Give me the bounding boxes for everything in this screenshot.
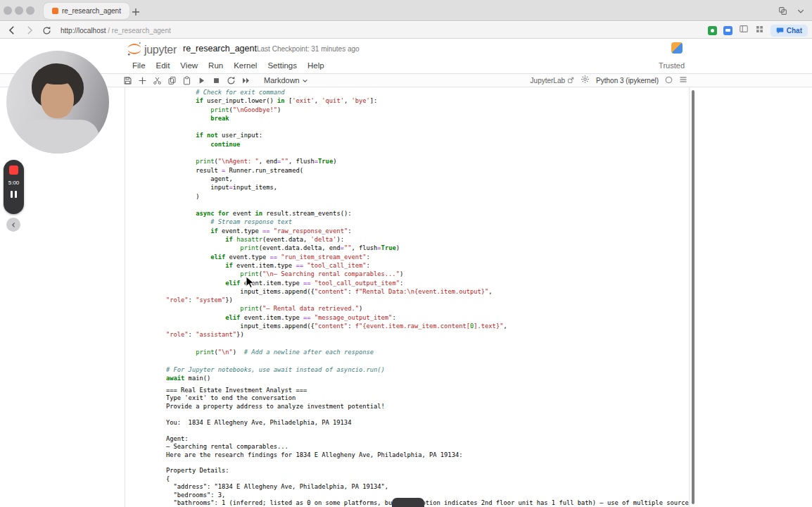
code-line[interactable] [166, 339, 688, 348]
output-line: You: 1834 E Allegheny Ave, Philadelphia,… [166, 419, 689, 427]
copy-cells-button[interactable] [167, 75, 177, 85]
code-line[interactable]: "role": "system"}) [166, 296, 688, 304]
code-line[interactable]: # For Jupyter notebooks, use await inste… [166, 365, 688, 374]
window-close-button[interactable] [4, 6, 12, 15]
code-line[interactable]: ) [166, 192, 688, 201]
tab-overview-button[interactable] [778, 6, 787, 18]
menu-help[interactable]: Help [303, 60, 330, 73]
code-line[interactable]: "role": "assistant"}) [166, 330, 688, 339]
run-cell-button[interactable] [196, 75, 206, 85]
code-line[interactable]: elif event.item.type == "message_output_… [166, 313, 688, 322]
code-line[interactable]: continue [166, 140, 688, 149]
view-log-button[interactable] [679, 74, 687, 87]
notebook-left-border [125, 87, 125, 507]
back-arrow-icon [7, 25, 17, 35]
code-line[interactable] [166, 123, 688, 131]
jupyter-favicon-icon [52, 8, 58, 14]
sidebar-icon [739, 24, 749, 34]
kernel-name[interactable]: Python 3 (ipykernel) [596, 77, 659, 84]
new-tab-button[interactable] [132, 6, 140, 19]
settings-button[interactable] [581, 74, 590, 87]
window-minimize-button[interactable] [15, 6, 23, 15]
code-line[interactable]: print(event.data.delta, end="", flush=Tr… [166, 244, 688, 252]
kernel-status-indicator[interactable] [665, 74, 673, 87]
code-line[interactable]: input=input_items, [166, 183, 688, 192]
code-line[interactable] [166, 201, 688, 209]
code-line[interactable]: await main() [166, 374, 688, 382]
code-editor[interactable]: # Check for exit command if user_input.l… [166, 88, 688, 382]
paste-cells-button[interactable] [182, 75, 191, 85]
reload-button[interactable] [42, 25, 51, 38]
code-line[interactable]: input_items.append({"content": f"{event.… [166, 322, 688, 330]
bottom-overlay-handle[interactable] [392, 498, 424, 507]
chat-button[interactable]: Chat [770, 25, 808, 37]
output-line [166, 459, 689, 467]
code-line[interactable]: agent, [166, 175, 688, 183]
insert-cell-button[interactable] [137, 75, 147, 85]
cell-type-select[interactable]: Markdown [264, 76, 308, 84]
sidebar-toggle-button[interactable] [739, 24, 749, 37]
code-line[interactable]: elif event.item.type == "tool_call_outpu… [166, 279, 688, 287]
plus-icon [132, 8, 140, 16]
code-line[interactable]: break [166, 114, 688, 123]
header-extension-icon[interactable] [671, 42, 683, 54]
code-line[interactable]: if not user_input: [166, 131, 688, 139]
code-line[interactable]: if event.type == "raw_response_event": [166, 227, 688, 235]
notebook-right-border [689, 87, 690, 507]
extension-button-blue[interactable] [723, 26, 732, 35]
reload-icon [42, 26, 51, 35]
screen-recorder-widget: 5:00 [4, 160, 24, 214]
restart-kernel-button[interactable] [226, 75, 236, 85]
code-line[interactable]: print("\n— Searching rental comparables.… [166, 270, 688, 278]
notebook-title[interactable]: re_research_agent [183, 44, 257, 54]
menu-edit[interactable]: Edit [151, 60, 176, 73]
trusted-badge[interactable]: Trusted [659, 61, 685, 70]
window-zoom-button[interactable] [26, 6, 34, 15]
code-line[interactable]: if user_input.lower() in ['exit', 'quit'… [166, 96, 688, 105]
jupyter-logo[interactable]: jupyter [127, 41, 177, 56]
code-line[interactable]: print("\n") # Add a newline after each r… [166, 348, 688, 356]
extension-button-green[interactable] [708, 26, 717, 35]
webcam-overlay[interactable] [6, 51, 109, 154]
code-line[interactable]: async for event in result.stream_events(… [166, 209, 688, 218]
webcam-person-face [41, 79, 74, 118]
checkpoint-status: Last Checkpoint: 31 minutes ago [257, 45, 360, 53]
output-line: Agent: [166, 435, 689, 443]
notebook-toolbar: Markdown JupyterLab Python 3 (ipykernel) [0, 73, 812, 87]
code-line[interactable]: # Check for exit command [166, 88, 688, 96]
notebook-scrollbar[interactable] [692, 90, 694, 504]
code-line[interactable]: result = Runner.run_streamed( [166, 166, 688, 175]
code-line[interactable]: if hasattr(event.data, 'delta'): [166, 235, 688, 244]
address-bar[interactable]: http://localhost / re_research_agent [61, 27, 171, 35]
menu-settings[interactable]: Settings [262, 60, 303, 73]
restart-run-all-button[interactable] [241, 75, 250, 85]
back-button[interactable] [7, 25, 17, 38]
menu-view[interactable]: View [175, 60, 203, 73]
open-in-jupyterlab-link[interactable]: JupyterLab [531, 77, 574, 84]
interrupt-kernel-button[interactable] [211, 75, 221, 85]
code-line[interactable]: elif event.type == "run_item_stream_even… [166, 253, 688, 261]
code-line[interactable]: # Stream response text [166, 218, 688, 226]
fast-forward-icon [241, 76, 250, 85]
stop-recording-button[interactable] [9, 165, 18, 175]
menu-file[interactable]: File [127, 60, 151, 73]
menu-kernel[interactable]: Kernel [229, 60, 262, 73]
recorder-collapse-button[interactable] [6, 218, 20, 232]
code-line[interactable]: print("— Rental data retrieved.") [166, 304, 688, 313]
code-line[interactable] [166, 356, 688, 365]
code-line[interactable]: print("\nGoodbye!") [166, 106, 688, 114]
webcam-person-body [16, 120, 99, 154]
extensions-grid-button[interactable] [755, 24, 764, 37]
menu-run[interactable]: Run [203, 60, 229, 73]
tab-list-button[interactable] [797, 6, 805, 18]
code-line[interactable] [166, 149, 688, 157]
code-line[interactable]: input_items.append({"content": f"Rental … [166, 287, 688, 296]
forward-button[interactable] [25, 25, 34, 38]
pause-recording-button[interactable] [11, 191, 17, 198]
browser-tab[interactable]: re_research_agent [44, 3, 129, 19]
save-button[interactable] [122, 75, 132, 85]
cut-cells-button[interactable] [152, 75, 162, 85]
output-line: Property Details: [166, 467, 689, 475]
code-line[interactable]: if event.item.type == "tool_call_item": [166, 261, 688, 270]
code-line[interactable]: print("\nAgent: ", end="", flush=True) [166, 157, 688, 165]
